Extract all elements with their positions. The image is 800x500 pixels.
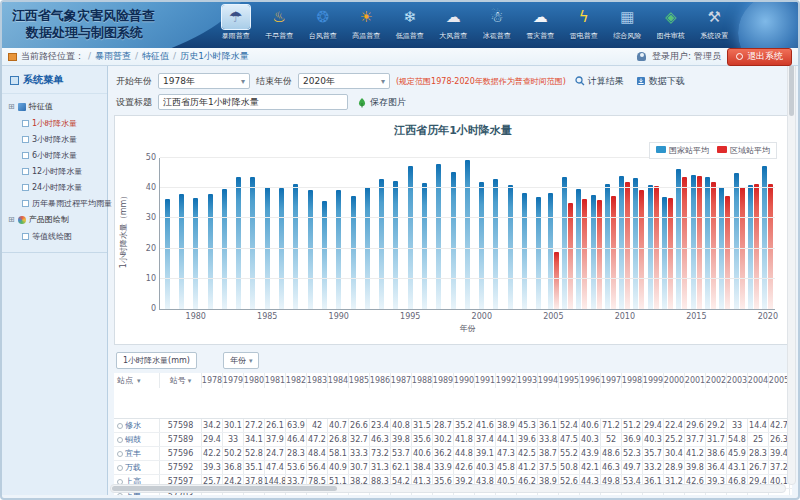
toolbar-item-雪灾普查[interactable]: ☁雪灾普查 [519, 5, 563, 41]
breadcrumb-link[interactable]: 暴雨普查 [95, 51, 131, 61]
toolbar-item-干旱普查[interactable]: ♨干旱普查 [258, 5, 302, 41]
bar-区域站平均-2007[interactable] [582, 199, 587, 309]
toolbar-item-低温普查[interactable]: ❄低温普查 [388, 5, 432, 41]
bar-国家站平均-2009[interactable] [605, 184, 610, 309]
bar-国家站平均-2003[interactable] [522, 193, 527, 309]
bar-group-2009 [603, 158, 617, 309]
toolbar-item-雷电普查[interactable]: ϟ雷电普查 [562, 5, 606, 41]
toolbar-item-图件审核[interactable]: ◈图件审核 [649, 5, 693, 41]
bar-区域站平均-2006[interactable] [568, 203, 573, 309]
station-name-cell[interactable]: 万载 [114, 461, 160, 474]
bar-国家站平均-2015[interactable] [691, 175, 696, 309]
bar-国家站平均-1996[interactable] [422, 183, 427, 309]
value-cell: 33 [727, 419, 748, 432]
horizontal-scrollbar[interactable] [110, 484, 786, 493]
bar-区域站平均-2010[interactable] [625, 182, 630, 309]
bar-国家站平均-2000[interactable] [479, 182, 484, 309]
bar-区域站平均-2008[interactable] [597, 200, 602, 309]
start-year-select[interactable]: 1978年 [158, 73, 250, 89]
bar-区域站平均-2016[interactable] [711, 182, 716, 309]
bar-区域站平均-2019[interactable] [754, 184, 759, 309]
bar-区域站平均-2013[interactable] [668, 198, 673, 309]
bar-国家站平均-1988[interactable] [308, 190, 313, 309]
bar-国家站平均-1982[interactable] [222, 189, 227, 309]
save-image-button[interactable]: 保存图片 [354, 95, 409, 110]
sidebar-item-24小时降水量[interactable]: 24小时降水量 [8, 179, 105, 195]
toolbar-item-系统设置[interactable]: ⚒系统设置 [693, 5, 737, 41]
bar-国家站平均-1984[interactable] [250, 177, 255, 309]
breadcrumb-link[interactable]: 特征值 [142, 51, 169, 61]
breadcrumb: /暴雨普查/特征值/历史1小时降水量 [84, 50, 249, 63]
bar-国家站平均-2006[interactable] [562, 177, 567, 309]
toolbar-item-大风普查[interactable]: ☁大风普查 [432, 5, 476, 41]
bar-国家站平均-1997[interactable] [436, 164, 441, 309]
calc-result-button[interactable]: 计算结果 [572, 74, 627, 89]
bar-国家站平均-2004[interactable] [536, 197, 541, 309]
tree-group-特征值[interactable]: ⊞特征值 [8, 98, 105, 115]
bar-国家站平均-1993[interactable] [379, 179, 384, 309]
bar-区域站平均-2017[interactable] [725, 196, 730, 309]
vertical-scrollbar[interactable] [787, 50, 796, 485]
bar-国家站平均-1991[interactable] [351, 196, 356, 309]
bar-group-2001 [489, 158, 503, 309]
sidebar-item-12小时降水量[interactable]: 12小时降水量 [8, 163, 105, 179]
logout-button[interactable]: 退出系统 [727, 48, 792, 66]
station-name-cell[interactable]: 修水 [114, 419, 160, 432]
bar-区域站平均-2015[interactable] [697, 176, 702, 309]
bar-国家站平均-2016[interactable] [705, 177, 710, 309]
toolbar-item-冰雹普查[interactable]: ☃冰雹普查 [475, 5, 519, 41]
toolbar-item-台风普查[interactable]: ❂台风普查 [301, 5, 345, 41]
toolbar-item-高温普查[interactable]: ☀高温普查 [345, 5, 389, 41]
value-cell: 52 [601, 433, 622, 446]
radio-icon[interactable] [117, 451, 123, 457]
bar-国家站平均-1994[interactable] [393, 181, 398, 309]
bar-区域站平均-2009[interactable] [611, 196, 616, 309]
bar-国家站平均-1998[interactable] [451, 172, 456, 309]
bar-国家站平均-1999[interactable] [465, 160, 470, 309]
bar-国家站平均-1979[interactable] [179, 194, 184, 309]
bar-国家站平均-1981[interactable] [208, 194, 213, 309]
bar-国家站平均-2007[interactable] [576, 189, 581, 309]
bar-国家站平均-1978[interactable] [165, 199, 170, 309]
toolbar-item-综合风险[interactable]: ▦综合风险 [606, 5, 650, 41]
station-name-cell[interactable]: 铜鼓 [114, 433, 160, 446]
legend-swatch [656, 146, 666, 153]
sidebar-item-6小时降水量[interactable]: 6小时降水量 [8, 147, 105, 163]
bar-国家站平均-2001[interactable] [493, 179, 498, 309]
sidebar-item-历年暴雨过程平均雨量[interactable]: 历年暴雨过程平均雨量 [8, 195, 105, 211]
x-tick-label: 2010 [615, 312, 635, 321]
bar-区域站平均-2014[interactable] [682, 177, 687, 309]
bar-国家站平均-2013[interactable] [662, 197, 667, 309]
sidebar-item-等值线绘图[interactable]: 等值线绘图 [8, 228, 105, 244]
bar-国家站平均-2014[interactable] [676, 169, 681, 309]
radio-icon[interactable] [117, 465, 123, 471]
sidebar-item-3小时降水量[interactable]: 3小时降水量 [8, 131, 105, 147]
unit-selector[interactable]: 1小时降水量(mm) [116, 352, 197, 369]
radio-icon[interactable] [117, 423, 123, 429]
sort-arrow-icon: ▾ [137, 377, 141, 385]
end-year-select[interactable]: 2020年 [298, 73, 390, 89]
bar-区域站平均-2011[interactable] [639, 190, 644, 309]
station-name-cell[interactable]: 宜丰 [114, 447, 160, 460]
bar-国家站平均-1980[interactable] [193, 198, 198, 309]
tree-group-产品图绘制[interactable]: ⊞产品图绘制 [8, 211, 105, 228]
horizontal-scrollbar-thumb[interactable] [112, 486, 337, 491]
breadcrumb-link[interactable]: 历史1小时降水量 [180, 51, 249, 61]
year-filter[interactable]: 年份▾ [223, 352, 260, 369]
sidebar-item-1小时降水量[interactable]: 1小时降水量 [8, 115, 105, 131]
radio-icon[interactable] [117, 437, 123, 443]
column-header-id[interactable]: 站号▾ [160, 373, 202, 388]
bar-国家站平均-2005[interactable] [548, 193, 553, 309]
column-header-station[interactable]: 站点▾ [114, 373, 160, 388]
bar-国家站平均-2008[interactable] [591, 195, 596, 309]
bar-区域站平均-2005[interactable] [554, 252, 559, 309]
bar-国家站平均-1990[interactable] [336, 190, 341, 309]
chart-title-input[interactable]: 江西省历年1小时降水量 [158, 94, 348, 110]
bar-国家站平均-1983[interactable] [236, 177, 241, 309]
bar-国家站平均-2018[interactable] [734, 173, 739, 309]
data-download-button[interactable]: 数据下载 [633, 74, 688, 89]
toolbar-item-暴雨普查[interactable]: ☂暴雨普查 [214, 5, 258, 41]
bar-区域站平均-2020[interactable] [768, 184, 773, 309]
bar-国家站平均-2010[interactable] [619, 176, 624, 309]
bar-国家站平均-2011[interactable] [633, 178, 638, 309]
